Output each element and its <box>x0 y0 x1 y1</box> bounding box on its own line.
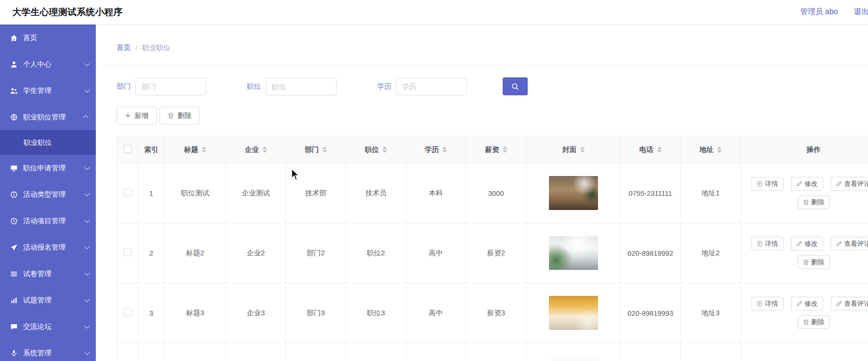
sort-caret[interactable] <box>202 146 206 153</box>
sidebar-item-career-position[interactable]: 职业职位 <box>0 130 96 155</box>
column-header-education: 学历 <box>425 145 439 154</box>
edit-button[interactable]: 修改 <box>791 237 823 251</box>
sidebar: 首页 个人中心 学生管理 职业职位管理 职业职位 <box>0 25 96 361</box>
cell-index: 2 <box>138 223 165 283</box>
table-row: 1 职位测试 企业测试 技术部 技术员 本科 3000 0755-2311111… <box>117 163 868 223</box>
select-all-checkbox[interactable] <box>124 145 132 153</box>
add-button[interactable]: 新增 <box>117 107 157 125</box>
mic-icon <box>9 349 18 357</box>
delete-button[interactable]: 删除 <box>160 107 200 125</box>
search-button[interactable] <box>503 77 528 95</box>
sidebar-item-career-position-management[interactable]: 职业职位管理 <box>0 104 96 130</box>
edit-button[interactable]: 修改 <box>791 297 823 311</box>
cell-address: 地址1 <box>681 163 741 223</box>
position-filter-input[interactable] <box>266 77 337 95</box>
cover-image[interactable] <box>549 356 598 361</box>
chevron-down-icon <box>84 297 90 302</box>
pencil-icon <box>796 241 802 247</box>
column-header-salary: 薪资 <box>485 145 499 154</box>
row-checkbox[interactable] <box>124 188 132 196</box>
logout-link[interactable]: 退出登录 <box>854 7 868 17</box>
column-header-actions: 操作 <box>807 145 821 154</box>
cell-title: 标题3 <box>165 283 226 343</box>
sidebar-item-label: 试卷管理 <box>23 269 84 278</box>
row-checkbox[interactable] <box>124 308 132 316</box>
column-header-address: 地址 <box>699 145 714 154</box>
view-comments-button[interactable]: 查看评论 <box>831 297 868 311</box>
chevron-down-icon <box>84 270 90 276</box>
pencil-icon <box>836 301 842 307</box>
sidebar-item-exam-paper-management[interactable]: 试卷管理 <box>0 260 96 287</box>
column-header-phone: 电话 <box>640 145 654 154</box>
edit-button[interactable]: 修改 <box>791 177 823 191</box>
column-header-index: 索引 <box>144 145 159 154</box>
cell-company: 企业2 <box>226 223 286 283</box>
sort-caret[interactable] <box>717 146 722 153</box>
delete-button-label: 删除 <box>177 111 192 120</box>
sort-caret[interactable] <box>503 146 507 153</box>
info-circle-icon <box>9 190 18 199</box>
sidebar-item-question-management[interactable]: 试题管理 <box>0 287 96 313</box>
detail-button[interactable]: 详情 <box>751 237 784 251</box>
sidebar-item-label: 学生管理 <box>23 86 84 95</box>
pencil-icon <box>796 181 802 187</box>
department-filter-label: 部门 <box>117 82 131 91</box>
students-icon <box>9 86 18 95</box>
sort-caret[interactable] <box>657 146 662 153</box>
education-filter-input[interactable] <box>396 77 467 95</box>
sort-caret[interactable] <box>580 146 585 153</box>
chevron-down-icon <box>84 244 90 249</box>
cell-index: 3 <box>138 283 165 343</box>
cover-image[interactable] <box>549 296 598 330</box>
sidebar-item-label: 个人中心 <box>23 60 84 69</box>
sidebar-item-student-management[interactable]: 学生管理 <box>0 77 96 104</box>
main-content: 首页 / 职业职位 部门 职位 学历 <box>96 25 868 361</box>
chat-icon <box>9 322 18 331</box>
sidebar-item-application-management[interactable]: 职位申请管理 <box>0 155 96 181</box>
table-row: 2 标题2 企业2 部门2 职位2 高中 薪资2 020-89819992 地址… <box>117 223 868 283</box>
cell-education: 高中 <box>406 283 466 343</box>
trash-icon <box>803 319 809 325</box>
globe-icon <box>9 113 18 121</box>
data-table: 索引 标题 企业 部门 职位 学历 薪资 封面 电话 地址 操作 <box>117 136 868 361</box>
cell-phone: 020-89819993 <box>621 283 681 343</box>
sidebar-item-label: 活动类型管理 <box>23 190 84 199</box>
detail-button[interactable]: 详情 <box>751 297 784 311</box>
cell-department: 部门3 <box>286 283 346 343</box>
row-delete-button[interactable]: 删除 <box>798 255 830 269</box>
table-row <box>117 343 868 361</box>
row-delete-button[interactable]: 删除 <box>798 195 830 209</box>
row-delete-button[interactable]: 删除 <box>798 315 830 329</box>
sidebar-item-activity-type-management[interactable]: 活动类型管理 <box>0 181 96 208</box>
sort-caret[interactable] <box>262 146 267 153</box>
breadcrumb-home[interactable]: 首页 <box>117 43 131 52</box>
view-comments-button[interactable]: 查看评论 <box>831 177 868 191</box>
sort-caret[interactable] <box>442 146 447 153</box>
sort-caret[interactable] <box>322 146 327 153</box>
cover-image[interactable] <box>549 236 598 270</box>
sidebar-item-label: 试题管理 <box>23 296 84 305</box>
detail-button[interactable]: 详情 <box>751 177 784 191</box>
chevron-down-icon <box>84 165 90 170</box>
home-icon <box>9 34 18 42</box>
sidebar-item-forum[interactable]: 交流论坛 <box>0 313 96 340</box>
table-row: 3 标题3 企业3 部门3 职位3 高中 薪资3 020-89819993 地址… <box>117 283 868 343</box>
cell-education <box>406 343 466 361</box>
cell-company <box>226 343 286 361</box>
view-comments-button[interactable]: 查看评论 <box>831 237 868 251</box>
sidebar-item-system-management[interactable]: 系统管理 <box>0 340 96 361</box>
table-toolbar: 新增 删除 <box>117 107 868 125</box>
department-filter-input[interactable] <box>135 77 206 95</box>
sidebar-item-personal-center[interactable]: 个人中心 <box>0 51 96 77</box>
sort-caret[interactable] <box>382 146 387 153</box>
row-checkbox[interactable] <box>124 248 132 256</box>
cell-index: 1 <box>138 163 165 223</box>
sidebar-item-activity-project-management[interactable]: 活动项目管理 <box>0 208 96 234</box>
cell-phone: 020-89819992 <box>621 223 681 283</box>
chevron-down-icon <box>84 61 90 66</box>
sidebar-item-home[interactable]: 首页 <box>0 25 96 51</box>
cover-image[interactable] <box>549 176 598 210</box>
sidebar-item-label: 活动项目管理 <box>23 217 84 226</box>
sidebar-item-activity-signup-management[interactable]: 活动报名管理 <box>0 234 96 260</box>
sidebar-subitem-label: 职业职位 <box>24 138 52 147</box>
